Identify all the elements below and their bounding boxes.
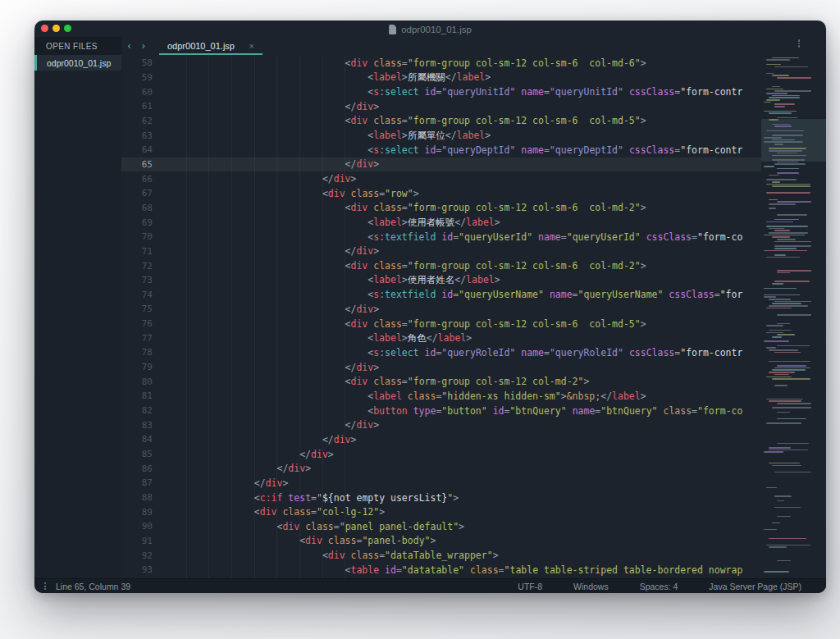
cursor-position[interactable]: Line 65, Column 39 bbox=[56, 582, 130, 591]
line-number[interactable]: 65 bbox=[121, 159, 153, 170]
line-number[interactable]: 83 bbox=[121, 420, 153, 431]
code-line[interactable]: 83 </div> bbox=[121, 418, 826, 432]
line-number[interactable]: 82 bbox=[121, 405, 153, 416]
code-line[interactable]: 90 <div class="panel panel-default"> bbox=[121, 519, 826, 534]
history-forward-icon[interactable]: › bbox=[140, 40, 146, 52]
status-menu-icon[interactable] bbox=[44, 582, 46, 590]
code-line[interactable]: 69 <label>使用者帳號</label> bbox=[121, 215, 826, 230]
line-number[interactable]: 81 bbox=[121, 390, 153, 401]
line-number[interactable]: 75 bbox=[121, 304, 153, 314]
code-line[interactable]: 86 </div> bbox=[121, 461, 826, 476]
code-text: <label>所屬機關</label> bbox=[153, 71, 491, 84]
code-line[interactable]: 61 </div> bbox=[121, 99, 826, 114]
code-text: </div> bbox=[153, 304, 379, 315]
line-number[interactable]: 58 bbox=[121, 57, 153, 68]
code-line[interactable]: 59 <label>所屬機關</label> bbox=[121, 71, 826, 85]
line-number[interactable]: 63 bbox=[121, 130, 153, 141]
open-files-header: OPEN FILES bbox=[34, 37, 121, 55]
code-text: <s:textfield id="queryUserId" name="quer… bbox=[153, 231, 742, 243]
code-text: <div class="row"> bbox=[153, 188, 419, 199]
code-line[interactable]: 87 </div> bbox=[121, 476, 826, 491]
code-line[interactable]: 73 <label>使用者姓名</label> bbox=[121, 273, 826, 288]
line-number[interactable]: 66 bbox=[121, 174, 153, 185]
line-number[interactable]: 76 bbox=[121, 318, 153, 329]
code-line[interactable]: 62 <div class="form-group col-sm-12 col-… bbox=[121, 114, 826, 129]
line-number[interactable]: 68 bbox=[121, 203, 153, 213]
code-line[interactable]: 68 <div class="form-group col-sm-12 col-… bbox=[121, 201, 826, 216]
status-bar: Line 65, Column 39 UTF-8WindowsSpaces: 4… bbox=[34, 578, 826, 593]
tab-close-icon[interactable]: × bbox=[249, 41, 254, 51]
status-segment-2[interactable]: Spaces: 4 bbox=[640, 582, 678, 591]
line-number[interactable]: 91 bbox=[121, 536, 153, 546]
code-line[interactable]: 70 <s:textfield id="queryUserId" name="q… bbox=[121, 230, 826, 244]
line-number[interactable]: 80 bbox=[121, 377, 153, 387]
line-number[interactable]: 88 bbox=[121, 492, 153, 503]
window-title: odpr0010_01.jsp bbox=[401, 25, 472, 34]
code-line[interactable]: 60 <s:select id="queryUnitId" name="quer… bbox=[121, 84, 826, 99]
active-file-indicator bbox=[34, 55, 37, 71]
line-number[interactable]: 87 bbox=[121, 477, 153, 488]
code-line[interactable]: 77 <label>角色</label> bbox=[121, 331, 826, 345]
tab-odpr0010-01-jsp[interactable]: odpr0010_01.jsp × bbox=[159, 37, 262, 55]
code-text: <div class="form-group col-sm-12 col-sm-… bbox=[153, 115, 646, 126]
code-line[interactable]: 63 <label>所屬單位</label> bbox=[121, 128, 826, 143]
line-number[interactable]: 74 bbox=[121, 290, 153, 300]
line-number[interactable]: 70 bbox=[121, 231, 153, 242]
code-line[interactable]: 92 <div class="dataTable_wrapper"> bbox=[121, 548, 826, 563]
code-line[interactable]: 67 <div class="row"> bbox=[121, 186, 826, 201]
minimap[interactable] bbox=[761, 55, 826, 578]
code-line[interactable]: 82 <button type="button" id="btnQuery" n… bbox=[121, 404, 826, 418]
line-number[interactable]: 60 bbox=[121, 87, 153, 98]
code-line[interactable]: 80 <div class="form-group col-sm-12 col-… bbox=[121, 374, 826, 389]
line-number[interactable]: 85 bbox=[121, 449, 153, 459]
history-back-icon[interactable]: ‹ bbox=[126, 40, 132, 52]
code-editor[interactable]: 58 <div class="form-group col-sm-12 col-… bbox=[121, 55, 826, 578]
line-number[interactable]: 71 bbox=[121, 246, 153, 257]
code-line[interactable]: 78 <s:select id="queryRoleId" name="quer… bbox=[121, 345, 826, 360]
code-line[interactable]: 65 </div> bbox=[121, 157, 826, 172]
line-number[interactable]: 59 bbox=[121, 72, 153, 83]
overflow-menu-icon[interactable] bbox=[798, 39, 801, 48]
line-number[interactable]: 61 bbox=[121, 101, 153, 112]
code-line[interactable]: 88 <c:if test="${not empty usersList}"> bbox=[121, 491, 826, 505]
line-number[interactable]: 93 bbox=[121, 564, 153, 575]
line-number[interactable]: 72 bbox=[121, 261, 153, 272]
line-number[interactable]: 67 bbox=[121, 188, 153, 199]
code-line[interactable]: 75 </div> bbox=[121, 302, 826, 317]
line-number[interactable]: 78 bbox=[121, 347, 153, 358]
line-number[interactable]: 84 bbox=[121, 434, 153, 445]
line-number[interactable]: 86 bbox=[121, 463, 153, 474]
code-line[interactable]: 58 <div class="form-group col-sm-12 col-… bbox=[121, 56, 826, 71]
status-segment-0[interactable]: UTF-8 bbox=[518, 582, 542, 591]
line-number[interactable]: 79 bbox=[121, 362, 153, 372]
code-text: <div class="form-group col-sm-12 col-md-… bbox=[153, 376, 589, 387]
code-line[interactable]: 81 <label class="hidden-xs hidden-sm">&n… bbox=[121, 389, 826, 404]
line-number[interactable]: 90 bbox=[121, 521, 153, 532]
code-line[interactable]: 91 <div class="panel-body"> bbox=[121, 534, 826, 549]
code-line[interactable]: 84 </div> bbox=[121, 432, 826, 447]
code-line[interactable]: 85 </div> bbox=[121, 447, 826, 462]
sidebar-item-odpr0010-01-jsp[interactable]: odpr0010_01.jsp bbox=[34, 55, 121, 71]
line-number[interactable]: 89 bbox=[121, 507, 153, 518]
code-line[interactable]: 64 <s:select id="queryDeptId" name="quer… bbox=[121, 143, 826, 157]
code-line[interactable]: 72 <div class="form-group col-sm-12 col-… bbox=[121, 258, 826, 273]
code-line[interactable]: 66 </div> bbox=[121, 171, 826, 186]
line-number[interactable]: 92 bbox=[121, 550, 153, 561]
line-number[interactable]: 62 bbox=[121, 116, 153, 126]
status-segment-1[interactable]: Windows bbox=[573, 582, 609, 591]
code-line[interactable]: 89 <div class="col-lg-12"> bbox=[121, 504, 826, 519]
code-text: </div> bbox=[153, 434, 356, 445]
code-line[interactable]: 79 </div> bbox=[121, 360, 826, 375]
code-line[interactable]: 71 </div> bbox=[121, 244, 826, 259]
line-number[interactable]: 69 bbox=[121, 217, 153, 228]
line-number[interactable]: 73 bbox=[121, 275, 153, 285]
code-line[interactable]: 74 <s:textfield id="queryUserName" name=… bbox=[121, 288, 826, 303]
code-text: <label>所屬單位</label> bbox=[153, 130, 491, 142]
code-text: <s:select id="queryRoleId" name="queryRo… bbox=[153, 347, 742, 358]
status-segment-3[interactable]: Java Server Page (JSP) bbox=[709, 582, 801, 591]
line-number[interactable]: 77 bbox=[121, 333, 153, 344]
code-line[interactable]: 93 <table id="datatable" class="table ta… bbox=[121, 563, 826, 577]
line-number[interactable]: 64 bbox=[121, 144, 153, 155]
code-line[interactable]: 76 <div class="form-group col-sm-12 col-… bbox=[121, 317, 826, 331]
code-text: </div> bbox=[153, 158, 379, 170]
